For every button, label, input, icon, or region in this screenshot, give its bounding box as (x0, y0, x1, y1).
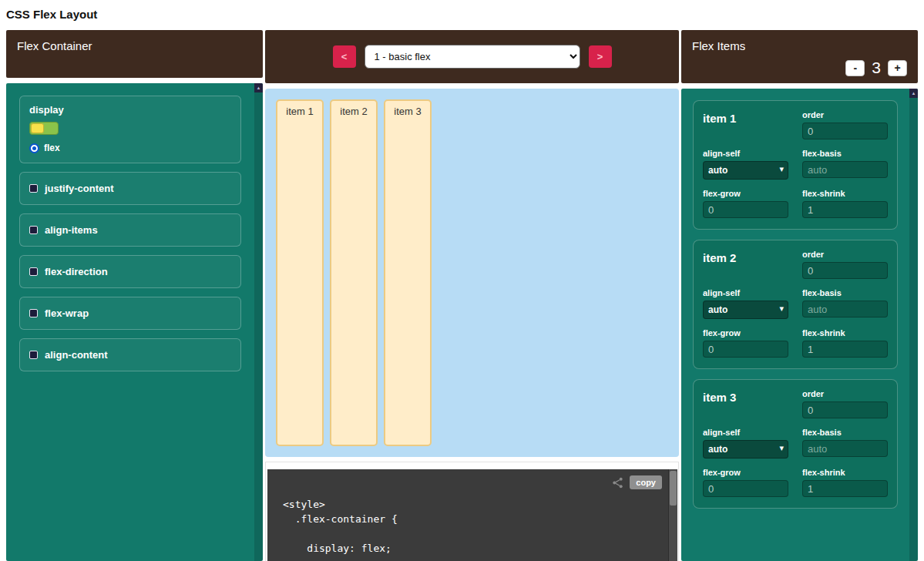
flex-shrink-label: flex-shrink (802, 468, 888, 477)
flex-shrink-field: flex-shrink (802, 468, 888, 497)
item-count: 3 (872, 59, 881, 77)
flex-basis-field: flex-basis (802, 288, 888, 319)
flex-wrap-label: flex-wrap (45, 307, 89, 319)
display-flex-option[interactable]: flex (29, 143, 231, 153)
flex-items-panel: Flex Items - 3 + item 1 order align-self (681, 30, 918, 561)
flex-items-title: Flex Items (692, 39, 907, 52)
align-self-label: align-self (703, 428, 788, 437)
flex-grow-input[interactable] (703, 201, 788, 218)
justify-content-group[interactable]: justify-content (19, 172, 241, 205)
display-label: display (29, 104, 231, 116)
display-toggle[interactable] (29, 122, 59, 135)
flex-shrink-label: flex-shrink (802, 189, 888, 198)
flex-shrink-input[interactable] (802, 201, 888, 218)
copy-button[interactable]: copy (630, 475, 662, 489)
order-field: order (802, 389, 888, 418)
left-panel-scrollbar[interactable]: ▲ (254, 83, 263, 561)
justify-content-label: justify-content (45, 183, 114, 194)
flex-grow-input[interactable] (703, 341, 788, 358)
preview-item-2: item 2 (330, 99, 378, 446)
align-content-label: align-content (45, 349, 108, 361)
item-name: item 3 (703, 391, 788, 418)
align-self-select-wrap: auto (703, 161, 788, 180)
code-scrollbar[interactable] (668, 469, 677, 561)
flex-direction-checkbox[interactable] (29, 267, 38, 276)
order-input[interactable] (802, 262, 888, 279)
item-name: item 1 (703, 112, 788, 139)
example-nav-bar: < 1 - basic flex > (265, 30, 679, 83)
item-name: item 2 (703, 251, 788, 279)
flex-grow-field: flex-grow (703, 189, 788, 218)
code-tools: copy (612, 475, 662, 489)
flex-basis-label: flex-basis (802, 149, 888, 158)
flex-items-body: item 1 order align-self auto (681, 89, 918, 561)
flex-basis-input[interactable] (802, 301, 888, 317)
share-icon[interactable] (612, 477, 623, 489)
flex-radio-label: flex (44, 143, 60, 153)
order-label: order (802, 389, 888, 398)
align-self-label: align-self (703, 288, 788, 297)
order-label: order (802, 250, 888, 259)
page-title: CSS Flex Layout (0, 0, 924, 30)
flex-radio[interactable] (29, 143, 39, 153)
flex-shrink-field: flex-shrink (802, 328, 888, 358)
flex-container-body: display flex justify-content align-items (6, 83, 263, 561)
align-items-group[interactable]: align-items (19, 213, 241, 247)
flex-shrink-input[interactable] (802, 480, 888, 497)
flex-grow-label: flex-grow (703, 468, 788, 477)
remove-item-button[interactable]: - (845, 60, 865, 76)
flex-container-title: Flex Container (17, 39, 92, 52)
item-card-1: item 1 order align-self auto (693, 100, 898, 230)
share-icon-glyph (612, 477, 623, 489)
align-self-select-wrap: auto (703, 440, 788, 459)
flex-preview: item 1 item 2 item 3 (265, 89, 679, 457)
align-self-select[interactable]: auto (703, 161, 788, 180)
align-self-field: align-self auto (703, 149, 788, 180)
example-select[interactable]: 1 - basic flex (365, 45, 580, 69)
flex-direction-label: flex-direction (45, 266, 108, 277)
item-count-controls: - 3 + (845, 59, 907, 77)
order-label: order (802, 110, 888, 119)
align-self-select-wrap: auto (703, 301, 788, 319)
align-self-select[interactable]: auto (703, 301, 788, 319)
right-panel-scrollbar[interactable]: ▲ (909, 89, 918, 561)
add-item-button[interactable]: + (888, 60, 907, 76)
align-items-checkbox[interactable] (29, 226, 38, 234)
flex-shrink-label: flex-shrink (802, 328, 888, 338)
flex-direction-group[interactable]: flex-direction (19, 255, 241, 288)
flex-basis-input[interactable] (802, 161, 888, 178)
flex-shrink-field: flex-shrink (802, 189, 888, 218)
order-input[interactable] (802, 123, 888, 139)
flex-shrink-input[interactable] (802, 341, 888, 358)
toggle-knob-icon (31, 123, 44, 133)
next-example-button[interactable]: > (589, 45, 612, 68)
justify-content-checkbox[interactable] (29, 184, 38, 193)
align-content-group[interactable]: align-content (19, 338, 241, 371)
flex-basis-field: flex-basis (802, 149, 888, 180)
flex-basis-input[interactable] (802, 440, 888, 457)
align-self-field: align-self auto (703, 428, 788, 459)
align-self-select[interactable]: auto (703, 440, 788, 459)
preview-panel: < 1 - basic flex > item 1 item 2 item 3 … (265, 30, 679, 561)
flex-grow-label: flex-grow (703, 189, 788, 198)
preview-item-3: item 3 (384, 99, 432, 446)
flex-wrap-group[interactable]: flex-wrap (19, 297, 241, 330)
code-scroll-thumb[interactable] (670, 471, 677, 506)
code-panel: . <style> .flex-container { display: fle… (265, 462, 679, 561)
align-self-field: align-self auto (703, 288, 788, 319)
flex-container-header: Flex Container (6, 30, 263, 78)
align-self-label: align-self (703, 149, 788, 158)
flex-grow-label: flex-grow (703, 328, 788, 338)
flex-grow-input[interactable] (703, 480, 788, 497)
order-field: order (802, 110, 888, 139)
flex-container-panel: Flex Container display flex justify-cont… (6, 30, 263, 561)
align-items-label: align-items (45, 224, 98, 236)
align-content-checkbox[interactable] (29, 351, 38, 359)
order-input[interactable] (802, 401, 888, 418)
code-area: <style> .flex-container { display: flex;… (267, 469, 677, 561)
flex-items-header: Flex Items - 3 + (681, 30, 918, 83)
main-layout: Flex Container display flex justify-cont… (0, 30, 924, 561)
flex-wrap-checkbox[interactable] (29, 309, 38, 317)
scroll-up-icon: ▲ (254, 83, 263, 92)
prev-example-button[interactable]: < (333, 45, 356, 68)
